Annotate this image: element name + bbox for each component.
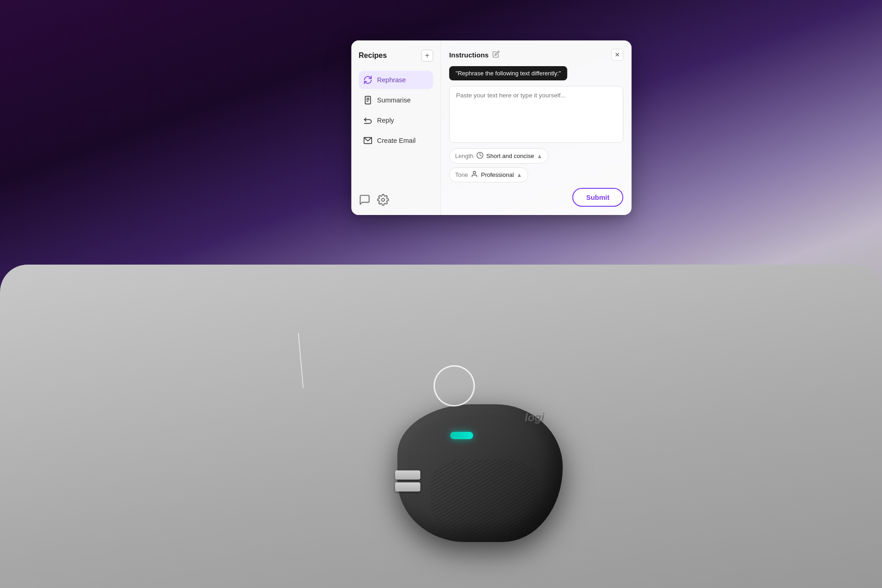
- recipe-list: Rephrase Summarise: [359, 71, 433, 150]
- tone-chevron: ▲: [517, 172, 522, 178]
- recipes-title: Recipes: [359, 51, 387, 60]
- rephrase-icon: [363, 75, 373, 85]
- callout-circle: [434, 365, 475, 407]
- length-control[interactable]: Length Short and concise ▲: [449, 148, 548, 164]
- close-button[interactable]: ✕: [611, 49, 623, 61]
- person-icon: [471, 170, 478, 179]
- recipes-panel: Recipes + Rephrase: [351, 40, 441, 215]
- instructions-title: Instructions: [449, 51, 500, 59]
- instruction-chip: "Rephrase the following text differently…: [449, 66, 567, 80]
- recipe-item-rephrase[interactable]: Rephrase: [359, 71, 433, 89]
- chat-icon[interactable]: [359, 194, 371, 206]
- controls-row: Length Short and concise ▲ Tone: [449, 148, 623, 182]
- teal-button: [450, 432, 473, 439]
- mouse-texture: [430, 459, 538, 535]
- instructions-header: Instructions ✕: [449, 49, 623, 61]
- length-label: Length: [455, 153, 474, 159]
- tone-label: Tone: [455, 171, 468, 178]
- tone-value: Professional: [481, 171, 514, 178]
- svg-point-5: [382, 198, 385, 202]
- recipe-item-reply[interactable]: Reply: [359, 111, 433, 130]
- mouse-btn-2: [395, 482, 420, 492]
- mouse-body: logi: [397, 404, 572, 551]
- submit-row: Submit: [449, 188, 623, 207]
- submit-button[interactable]: Submit: [572, 188, 623, 207]
- panel-footer: [359, 194, 389, 206]
- add-recipe-button[interactable]: +: [421, 50, 433, 62]
- tone-control[interactable]: Tone Professional ▲: [449, 167, 528, 182]
- rephrase-label: Rephrase: [377, 76, 406, 84]
- mouse-btn-1: [395, 470, 420, 480]
- ai-dialog: Recipes + Rephrase: [351, 40, 632, 215]
- instructions-panel: Instructions ✕ "Rephrase the following t…: [441, 40, 632, 215]
- logi-logo: logi: [525, 411, 544, 424]
- length-value: Short and concise: [486, 153, 534, 159]
- length-chevron: ▲: [537, 153, 543, 159]
- mouse-shape: logi: [397, 404, 563, 542]
- email-icon: [363, 136, 373, 145]
- summarise-icon: [363, 96, 373, 105]
- svg-point-7: [473, 171, 475, 174]
- mouse-pad: logi: [0, 265, 882, 588]
- reply-icon: [363, 116, 373, 125]
- create-email-label: Create Email: [377, 137, 416, 144]
- clock-icon: [476, 152, 484, 160]
- summarise-label: Summarise: [377, 96, 411, 104]
- settings-icon[interactable]: [377, 194, 389, 206]
- mouse-side-buttons: [395, 470, 420, 492]
- text-input[interactable]: [449, 86, 623, 143]
- edit-icon[interactable]: [492, 51, 500, 59]
- recipes-panel-header: Recipes +: [359, 50, 433, 62]
- recipe-item-summarise[interactable]: Summarise: [359, 91, 433, 109]
- reply-label: Reply: [377, 117, 394, 124]
- recipe-item-create-email[interactable]: Create Email: [359, 131, 433, 150]
